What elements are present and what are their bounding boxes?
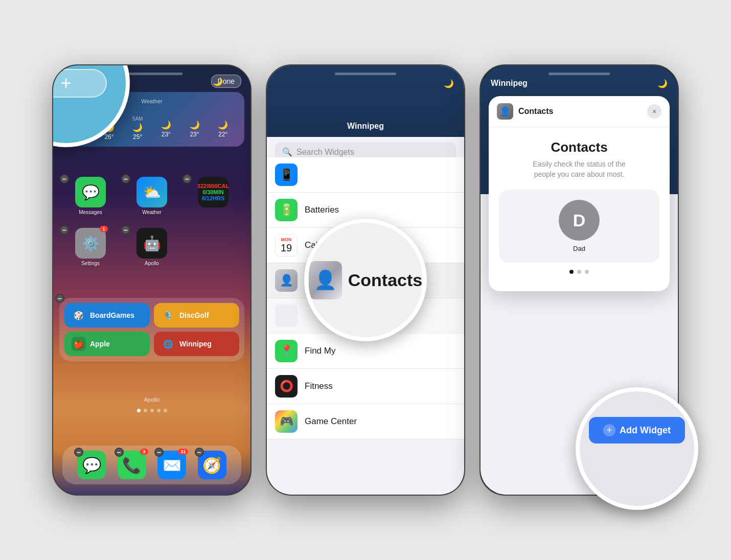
settings-icon: ⚙️ 1 (75, 228, 106, 259)
contact-item: D Dad (559, 200, 600, 252)
discgolf-icon: 🎙️ (161, 308, 175, 322)
notch (549, 73, 610, 75)
widget-item-fitness[interactable]: ⭕ Fitness (267, 369, 464, 404)
settings-badge: 1 (100, 226, 108, 232)
winnipeg-label: Winnipeg (179, 340, 212, 348)
settings-label: Settings (81, 261, 100, 266)
weather-app-label: Weather (142, 209, 162, 215)
fitness-label: Fitness (305, 381, 333, 391)
partial-icon (275, 305, 298, 327)
boardgames-label: BoardGames (90, 311, 134, 319)
contacts-text-large: Contacts (348, 270, 422, 290)
add-widget-circle-overlay: + Add Widget (576, 387, 698, 510)
dock-messages[interactable]: 💬 – (77, 451, 106, 479)
modal-title-text: Contacts (518, 107, 553, 116)
page-dots (53, 409, 250, 412)
add-widget-plus-icon: + (603, 424, 615, 436)
dock-safari-delete: – (195, 448, 204, 457)
modal-body: Contacts Easily check the status of the … (489, 127, 670, 291)
apple-label: Apple (90, 340, 110, 348)
messages-icon: 💬 (75, 177, 106, 207)
batteries-label: Batteries (305, 205, 339, 215)
dot-2 (144, 409, 147, 412)
app-settings[interactable]: – ⚙️ 1 Settings (62, 228, 119, 266)
contact-avatar: D (559, 200, 600, 241)
app-weather[interactable]: – ⛅ Weather (124, 177, 180, 215)
dot-5 (164, 409, 167, 412)
dock: 💬 – 📞 – 3 ✉️ – 31 🧭 – (62, 446, 241, 484)
weather-icon: ⛅ (136, 177, 167, 207)
notch (121, 73, 182, 75)
plus-icon: + (60, 74, 71, 92)
contacts-app-icon-large: 👤 (309, 261, 342, 299)
discgolf-label: DiscGolf (179, 311, 209, 319)
notch (335, 73, 396, 75)
findmy-label: Find My (305, 346, 335, 356)
modal-app-icon: 👤 (497, 103, 513, 120)
contacts-circle-overlay: 👤 Contacts (304, 219, 427, 341)
search-placeholder: Search Widgets (296, 148, 354, 157)
gamecenter-icon: 🎮 (275, 410, 298, 433)
folder-winnipeg[interactable]: 🌐 Winnipeg (154, 332, 239, 356)
modal-dot-3 (585, 270, 589, 274)
app-fitness-widget[interactable]: – 322/600CAL 0/30MIN 8/12HRS (185, 177, 241, 215)
modal-page-dots (499, 270, 659, 274)
gamecenter-label: Game Center (305, 416, 357, 427)
findmy-icon: 📍 (275, 340, 298, 362)
city-name: Winnipeg (347, 122, 384, 131)
mail-badge: 31 (178, 449, 188, 455)
app-row-1: – 💬 Messages – ⛅ Weather – 322/600CAL 0/… (62, 177, 241, 215)
delete-folder-badge: – (55, 294, 64, 303)
widget-item-top[interactable]: 📱 (267, 157, 464, 193)
modal-header: 👤 Contacts × (489, 96, 670, 127)
moon-icon-2: 🌙 (444, 79, 454, 88)
add-widget-label: Add Widget (620, 425, 671, 436)
folders-grid: 🎲 BoardGames 🎙️ DiscGolf 🍎 Apple 🌐 Winni… (64, 303, 239, 356)
fitness-icon: ⭕ (275, 375, 298, 398)
phone-2: 👤 Contacts Winnipeg 🌙 🔍 Search Widgets (266, 64, 465, 496)
dock-mail[interactable]: ✉️ – 31 (157, 451, 186, 479)
delete-badge: – (60, 174, 69, 183)
temp-time: 5AM (123, 116, 152, 122)
dot-3 (150, 409, 154, 412)
delete-badge: – (121, 174, 130, 183)
apollo-row2-label: Apollo (145, 261, 159, 266)
folders-section: – 🎲 BoardGames 🎙️ DiscGolf 🍎 Apple (59, 298, 244, 361)
apple-icon: 🍎 (72, 337, 86, 351)
apollo-section-label: Apollo (53, 396, 250, 403)
dock-phone[interactable]: 📞 – 3 (118, 451, 146, 479)
search-icon: 🔍 (282, 147, 292, 157)
phone-badge: 3 (140, 449, 148, 455)
contacts-preview: D Dad (499, 190, 659, 263)
calendar-icon: MON 19 (275, 234, 298, 256)
messages-label: Messages (79, 209, 102, 215)
fitness-widget-icon: 322/600CAL 0/30MIN 8/12HRS (198, 177, 229, 207)
modal-title-area: 👤 Contacts (497, 103, 553, 120)
app-messages[interactable]: – 💬 Messages (62, 177, 119, 215)
dock-safari[interactable]: 🧭 – (198, 451, 226, 479)
folder-apple[interactable]: 🍎 Apple (64, 332, 150, 356)
delete-badge: – (60, 225, 69, 235)
boardgames-icon: 🎲 (72, 308, 86, 322)
moon-icon-3: 🌙 (657, 79, 668, 88)
contacts-heading: Contacts (499, 139, 659, 155)
screenshots-container: + Done 🌙 Weather Heat warning 3AM🌙27° 4A… (32, 44, 699, 516)
contacts-modal: 👤 Contacts × Contacts Easily check the s… (489, 96, 670, 291)
folder-boardgames[interactable]: 🎲 BoardGames (64, 303, 150, 328)
dock-messages-delete: – (74, 448, 83, 457)
widget-item-gamecenter[interactable]: 🎮 Game Center (267, 404, 464, 439)
plus-pill: + (52, 69, 107, 98)
add-widget-button[interactable]: + Add Widget (589, 417, 685, 444)
phone-1: + Done 🌙 Weather Heat warning 3AM🌙27° 4A… (52, 64, 252, 496)
app-empty (185, 228, 241, 266)
modal-dot-1 (569, 270, 574, 274)
contacts-icon: 👤 (275, 269, 298, 292)
app-row-2: – ⚙️ 1 Settings – 🤖 Apollo (62, 228, 241, 266)
moon-icon: 🌙 (213, 77, 223, 86)
winnipeg-icon: 🌐 (161, 337, 175, 351)
folder-discgolf[interactable]: 🎙️ DiscGolf (154, 303, 239, 328)
unknown-widget-icon: 📱 (275, 164, 298, 186)
app-apollo[interactable]: – 🤖 Apollo (124, 228, 180, 266)
close-button[interactable]: × (647, 104, 661, 119)
delete-badge: – (121, 225, 130, 235)
